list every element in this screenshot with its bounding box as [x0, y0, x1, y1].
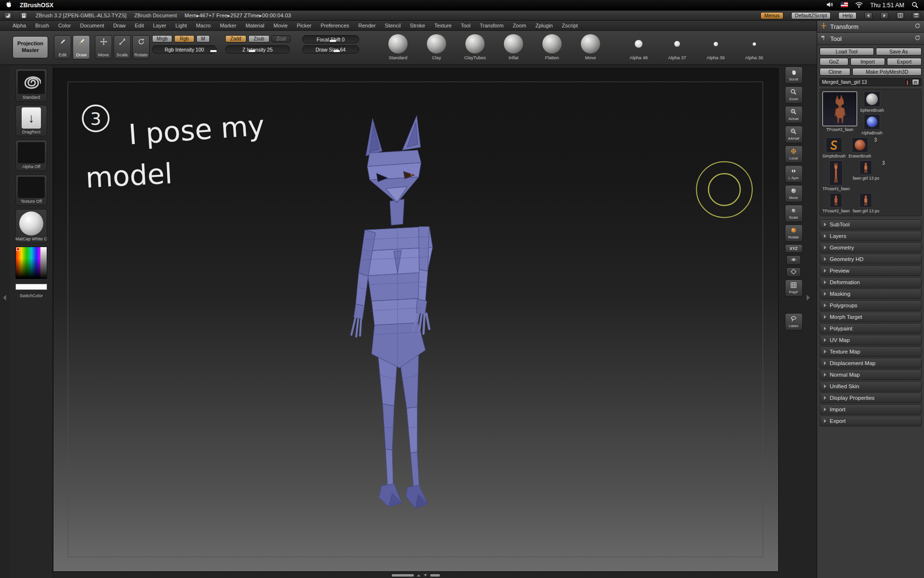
- alpha-thumbnail[interactable]: Alpha 48: [621, 34, 656, 60]
- help-button[interactable]: Help: [838, 12, 857, 19]
- scale-mode-button[interactable]: Scale: [114, 35, 131, 59]
- document-icon[interactable]: [20, 12, 28, 19]
- zadd-button[interactable]: Zadd: [225, 35, 246, 42]
- z-intensity-slider[interactable]: Z Intensity 25: [225, 45, 290, 53]
- scroll-canvas-button[interactable]: Scroll: [785, 66, 803, 84]
- export-button[interactable]: Export: [887, 58, 922, 66]
- import-button[interactable]: Import: [850, 58, 885, 66]
- mrgb-button[interactable]: Mrgb: [152, 35, 172, 42]
- current-color-swatch[interactable]: [15, 284, 47, 290]
- menu-item[interactable]: Alpha: [13, 23, 26, 28]
- move-gyro-button[interactable]: Move: [785, 185, 803, 202]
- scrollbar-handle[interactable]: [392, 574, 414, 577]
- material-selector[interactable]: MatCap White C: [15, 209, 47, 243]
- tool-thumb[interactable]: SphereBrush: [860, 92, 884, 113]
- tool-palette-header[interactable]: Tool: [817, 33, 924, 45]
- tool-section-row[interactable]: SubTool: [820, 219, 922, 230]
- menu-item[interactable]: Marker: [220, 23, 236, 28]
- nav-forward-icon[interactable]: [880, 12, 888, 19]
- zcut-button[interactable]: Zcut: [271, 35, 291, 42]
- fawn-model[interactable]: [351, 116, 433, 508]
- restore-config-button[interactable]: R: [912, 79, 919, 85]
- apple-logo-icon[interactable]: [6, 1, 12, 10]
- load-tool-button[interactable]: Load Tool: [820, 48, 874, 55]
- menu-item[interactable]: Color: [58, 23, 71, 28]
- aa-half-button[interactable]: AAHalf: [785, 126, 803, 143]
- menu-item[interactable]: Draw: [113, 23, 126, 28]
- tool-section-row[interactable]: UV Map: [820, 335, 922, 345]
- tool-section-row[interactable]: Geometry: [820, 242, 922, 253]
- goz-button[interactable]: GoZ: [820, 58, 848, 66]
- tool-section-row[interactable]: Displacement Map: [820, 358, 922, 368]
- menu-item[interactable]: Material: [245, 23, 264, 28]
- stroke-selector[interactable]: ↓ DragRect: [15, 105, 47, 136]
- lsym-button[interactable]: L.Sym: [785, 165, 803, 183]
- menu-item[interactable]: Movie: [273, 23, 287, 28]
- brush-thumbnail[interactable]: Inflat: [496, 34, 531, 60]
- menu-item[interactable]: Zplugin: [536, 23, 553, 28]
- tool-section-row[interactable]: Texture Map: [820, 346, 922, 357]
- make-polymesh3d-button[interactable]: Make PolyMesh3D: [852, 68, 922, 76]
- palette-icon[interactable]: [912, 12, 920, 19]
- tool-section-row[interactable]: Polygroups: [820, 300, 922, 311]
- move-mode-button[interactable]: Move: [95, 35, 112, 59]
- rotate-gyro-button[interactable]: Rotate: [785, 224, 803, 242]
- alpha-thumbnail[interactable]: Alpha 37: [659, 34, 695, 60]
- input-language-flag-icon[interactable]: [841, 2, 848, 9]
- tool-thumb[interactable]: SimpleBrush: [822, 137, 846, 158]
- menus-button[interactable]: Menus: [760, 12, 783, 19]
- tool-thumb[interactable]: TPose#2_fawn: [822, 193, 850, 213]
- actual-size-button[interactable]: Actual: [785, 106, 803, 123]
- polyframe-button[interactable]: PolyF: [785, 279, 803, 297]
- canvas-scrollbar[interactable]: [53, 573, 779, 578]
- menu-item[interactable]: Zoom: [513, 23, 526, 28]
- brush-thumbnail[interactable]: Clay: [419, 34, 454, 60]
- texture-selector[interactable]: Texture Off: [15, 174, 47, 206]
- tool-thumb[interactable]: TPose#1_fawn: [822, 160, 850, 191]
- tool-section-row[interactable]: Polypaint: [820, 323, 922, 334]
- tool-section-row[interactable]: Geometry HD: [820, 254, 922, 264]
- xyz-button[interactable]: XYZ: [785, 244, 803, 253]
- menu-item[interactable]: Texture: [434, 23, 451, 28]
- default-zscript-button[interactable]: DefaultZScript: [791, 12, 831, 19]
- rotate-mode-button[interactable]: Rotate: [132, 35, 150, 59]
- brush-thumbnail[interactable]: Flatten: [534, 34, 570, 60]
- m-button[interactable]: M: [196, 35, 210, 42]
- save-as-button[interactable]: Save As: [876, 48, 922, 55]
- slider-handle[interactable]: [249, 50, 255, 52]
- scale-gyro-button[interactable]: Scale: [785, 205, 803, 222]
- menu-item[interactable]: Document: [80, 23, 104, 28]
- tool-section-row[interactable]: Export: [820, 416, 922, 426]
- tool-section-row[interactable]: Unified Skin: [820, 381, 922, 392]
- slider-handle[interactable]: [334, 50, 340, 52]
- menu-item[interactable]: Macro: [196, 23, 211, 28]
- zbrush-logo-icon[interactable]: [4, 12, 12, 19]
- switch-color-label[interactable]: SwitchColor: [20, 293, 43, 298]
- scroll-down-arrow-icon[interactable]: [424, 574, 427, 577]
- color-picker[interactable]: [15, 247, 47, 278]
- menu-item[interactable]: Brush: [35, 23, 49, 28]
- menu-item[interactable]: Light: [176, 23, 187, 28]
- refresh-icon[interactable]: [914, 23, 921, 30]
- tool-thumb[interactable]: fawn girl 13 po: [853, 160, 879, 181]
- right-tray-divider-arrow[interactable]: [807, 295, 810, 301]
- tool-section-row[interactable]: Masking: [820, 289, 922, 299]
- transform-palette-header[interactable]: Transform: [817, 21, 924, 33]
- menu-item[interactable]: Edit: [135, 23, 144, 28]
- menu-item[interactable]: Transform: [480, 23, 504, 28]
- current-brush-selector[interactable]: Standard: [15, 68, 47, 102]
- clone-button[interactable]: Clone: [820, 68, 850, 76]
- menu-item[interactable]: Stroke: [410, 23, 425, 28]
- tool-thumb-selected[interactable]: TPose#2_fawn: [822, 92, 857, 132]
- tool-section-row[interactable]: Deformation: [820, 277, 922, 288]
- tool-section-row[interactable]: Morph Target: [820, 312, 922, 322]
- menu-item[interactable]: Layer: [153, 23, 167, 28]
- draw-mode-button[interactable]: Draw: [73, 35, 90, 59]
- refresh-icon[interactable]: [914, 35, 921, 42]
- menu-item[interactable]: Tool: [461, 23, 470, 28]
- brush-thumbnail[interactable]: Move: [573, 34, 608, 60]
- spotlight-icon[interactable]: [911, 1, 918, 10]
- layout-grid-icon[interactable]: [896, 12, 904, 19]
- local-pivot-button[interactable]: Local: [785, 145, 803, 163]
- scroll-up-arrow-icon[interactable]: [417, 574, 421, 577]
